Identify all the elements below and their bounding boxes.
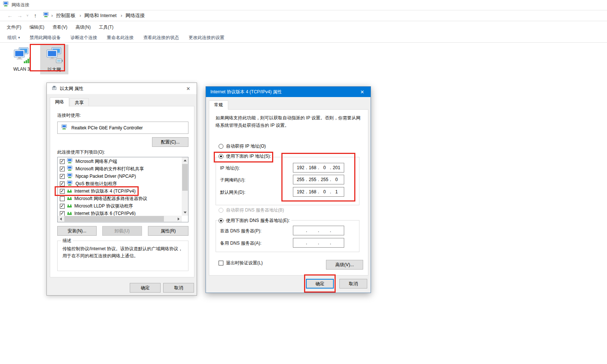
protocol-label: Internet 协议版本 4 (TCP/IPv4): [74, 188, 136, 194]
up-icon[interactable]: ↑: [30, 10, 40, 21]
menu-item[interactable]: 工具(T): [96, 23, 116, 32]
toolbar-organize[interactable]: 组织 ▾: [7, 35, 20, 41]
ip-address-field[interactable]: . . .: [293, 238, 344, 248]
scroll-left-icon[interactable]: [58, 216, 64, 222]
intro-text: 如果网络支持此功能，则可以获取自动指派的 IP 设置。否则，你需要从网络系统管理…: [216, 114, 363, 129]
protocol-list-item[interactable]: Microsoft 网络客户端: [58, 158, 182, 165]
protocol-list-item[interactable]: Npcap Packet Driver (NPCAP): [58, 173, 182, 180]
protocol-list: Microsoft 网络客户端 Microsoft 网络的文件和打印机共享 Np…: [57, 157, 188, 222]
ip-address-field[interactable]: 192. 168. 0. 201: [293, 163, 344, 173]
back-icon[interactable]: ←: [5, 10, 15, 21]
connection-label: WLAN 3: [13, 67, 30, 72]
window-titlebar: 网络连接: [0, 0, 607, 10]
toolbar-item[interactable]: 查看此连接的状态: [143, 35, 179, 41]
checkbox[interactable]: [60, 159, 65, 164]
breadcrumb-item[interactable]: 控制面板: [54, 11, 78, 20]
breadcrumb-item[interactable]: 网络和 Internet: [82, 11, 119, 20]
protocol-list-item[interactable]: QoS 数据包计划程序: [58, 180, 182, 187]
vertical-scrollbar[interactable]: [182, 157, 188, 216]
history-dropdown-icon[interactable]: ˅: [25, 10, 30, 21]
horizontal-scroll-thumb[interactable]: [64, 216, 164, 222]
checkbox[interactable]: [60, 189, 65, 194]
advanced-button[interactable]: 高级(V)...: [326, 260, 363, 270]
ipv4-ok-button[interactable]: 确定: [306, 279, 334, 289]
toolbar-item[interactable]: 禁用此网络设备: [30, 35, 61, 41]
radio-auto-ip[interactable]: 自动获得 IP 地址(O): [219, 143, 266, 149]
install-button[interactable]: 安装(N)...: [57, 226, 97, 236]
menu-item[interactable]: 查看(V): [49, 23, 70, 32]
checkbox[interactable]: [60, 204, 65, 209]
navigation-bar: ← → ˅ ↑ › 控制面板 › 网络和 Internet › 网络连接: [0, 10, 607, 21]
protocol-icon: [67, 188, 72, 194]
connect-using-label: 连接时使用:: [57, 112, 81, 119]
checkbox[interactable]: [60, 174, 65, 179]
scroll-down-icon[interactable]: [182, 209, 188, 216]
radio-manual-dns[interactable]: 使用下面的 DNS 服务器地址(E):: [219, 218, 291, 223]
toolbar-item[interactable]: 更改此连接的设置: [189, 35, 225, 41]
toolbar-item[interactable]: 重命名此连接: [107, 35, 134, 41]
menu-item[interactable]: 高级(N): [72, 23, 94, 32]
protocol-list-item[interactable]: Microsoft 网络的文件和打印机共享: [58, 165, 182, 173]
radio-dot: [219, 218, 223, 223]
items-label: 此连接使用下列项目(O):: [57, 149, 105, 155]
protocol-label: QoS 数据包计划程序: [75, 181, 117, 187]
radio-manual-dns-label: 使用下面的 DNS 服务器地址(E):: [226, 218, 291, 224]
scroll-right-icon[interactable]: [175, 216, 182, 222]
close-icon[interactable]: ✕: [354, 87, 371, 97]
tab-network[interactable]: 网络: [50, 97, 69, 107]
forward-icon[interactable]: →: [15, 10, 25, 21]
ipv4-cancel-button[interactable]: 取消: [339, 279, 367, 289]
scroll-up-icon[interactable]: [182, 157, 188, 164]
ip-address-field[interactable]: 192. 168. 0. 1: [293, 187, 344, 197]
ipv4-dialog-title: Internet 协议版本 4 (TCP/IPv4) 属性: [210, 89, 282, 95]
breadcrumb-chevron-icon: ›: [78, 13, 82, 18]
properties-button[interactable]: 属性(R): [148, 226, 188, 236]
ipv4-properties-dialog: Internet 协议版本 4 (TCP/IPv4) 属性 ✕ 常规 如果网络支…: [206, 86, 371, 293]
menu-item[interactable]: 文件(F): [4, 23, 24, 32]
ethernet-ok-button[interactable]: 确定: [130, 283, 161, 293]
checkbox[interactable]: [60, 181, 65, 186]
ethernet-cancel-button[interactable]: 取消: [163, 283, 194, 293]
checkbox[interactable]: [60, 211, 65, 216]
horizontal-scrollbar[interactable]: [58, 216, 182, 222]
network-tab-page: 连接时使用: Realtek PCIe GbE Family Controlle…: [50, 106, 194, 277]
breadcrumb-chevron-icon: ›: [50, 13, 54, 18]
menu-bar: 文件(F)编辑(E)查看(V)高级(N)工具(T): [0, 22, 607, 33]
close-icon[interactable]: ✕: [180, 83, 197, 94]
connection-tile[interactable]: 以太网: [40, 45, 68, 74]
description-text: 传输控制协议/Internet 协议。该协议是默认的广域网络协议，用于在不同的相…: [62, 245, 184, 260]
field-label: IP 地址(I):: [220, 165, 240, 171]
tab-sharing[interactable]: 共享: [70, 98, 89, 107]
radio-manual-ip[interactable]: 使用下面的 IP 地址(S):: [219, 153, 273, 159]
radio-auto-dns[interactable]: 自动获得 DNS 服务器地址(B): [219, 207, 284, 213]
address-network-icon: [43, 12, 49, 19]
protocol-list-item[interactable]: Microsoft 网络适配器多路传送器协议: [58, 195, 182, 202]
toolbar-item[interactable]: 诊断这个连接: [71, 35, 97, 41]
radio-dot: [219, 154, 223, 159]
vertical-scroll-thumb[interactable]: [182, 164, 188, 191]
menu-item[interactable]: 编辑(E): [26, 23, 47, 32]
configure-button[interactable]: 配置(C)...: [152, 137, 188, 147]
general-tab-page: 如果网络支持此功能，则可以获取自动指派的 IP 设置。否则，你需要从网络系统管理…: [209, 109, 368, 276]
breadcrumb: › 控制面板 › 网络和 Internet › 网络连接: [50, 11, 147, 20]
protocol-list-item[interactable]: Internet 协议版本 6 (TCP/IPv6): [58, 210, 182, 216]
checkbox: [219, 261, 223, 265]
uninstall-button: 卸载(U): [102, 226, 142, 236]
tab-general[interactable]: 常规: [209, 100, 228, 110]
connection-tile[interactable]: WLAN 3: [7, 45, 36, 73]
validate-checkbox[interactable]: 退出时验证设置(L): [219, 260, 263, 266]
protocol-list-item[interactable]: Internet 协议版本 4 (TCP/IPv4): [58, 187, 182, 195]
ip-address-field[interactable]: 255. 255. 255. 0: [293, 175, 344, 184]
ipv4-dialog-titlebar: Internet 协议版本 4 (TCP/IPv4) 属性: [206, 87, 371, 97]
adapter-name: Realtek PCIe GbE Family Controller: [71, 125, 143, 131]
ip-address-field[interactable]: . . .: [293, 226, 344, 235]
checkbox[interactable]: [60, 196, 65, 201]
radio-auto-ip-label: 自动获得 IP 地址(O): [226, 143, 266, 149]
protocol-list-item[interactable]: Microsoft LLDP 协议驱动程序: [58, 202, 182, 210]
protocol-icon: [67, 180, 73, 187]
checkbox[interactable]: [60, 167, 65, 171]
protocol-label: Microsoft LLDP 协议驱动程序: [74, 203, 133, 209]
field-label: 备用 DNS 服务器(A):: [220, 240, 261, 247]
breadcrumb-item[interactable]: 网络连接: [123, 11, 147, 20]
protocol-icon: [67, 203, 72, 209]
